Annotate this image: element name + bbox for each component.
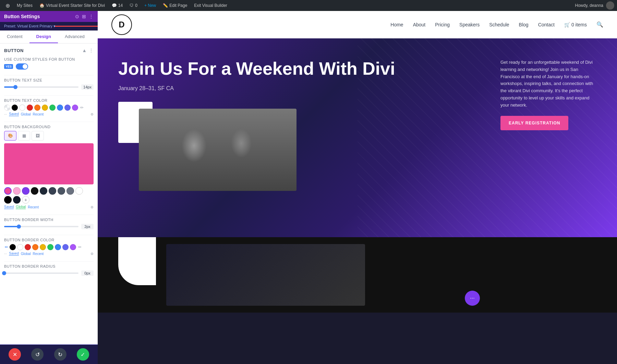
- color-black[interactable]: [12, 105, 18, 111]
- color-green[interactable]: [49, 105, 56, 111]
- border-color-edit2-icon[interactable]: ✏: [78, 245, 82, 250]
- bottom-bar: ✕ ↺ ↻ ✓: [0, 344, 98, 364]
- color-purple[interactable]: [72, 105, 78, 111]
- panel-layout-icon[interactable]: ⊞: [82, 14, 86, 19]
- cancel-button[interactable]: ✕: [9, 348, 21, 361]
- border-radius-thumb[interactable]: [2, 271, 6, 275]
- slider-thumb[interactable]: [13, 85, 17, 89]
- bg-tab-recent[interactable]: Recent: [28, 205, 39, 209]
- panel-more-icon[interactable]: ⋮: [89, 14, 94, 19]
- border-color-reset-icon[interactable]: ⚙: [90, 252, 94, 256]
- border-color-white[interactable]: [17, 244, 23, 250]
- color-tab-saved[interactable]: Saved: [9, 112, 19, 116]
- color-tab-recent[interactable]: Recent: [33, 112, 44, 116]
- bg-swatch-add[interactable]: +: [22, 196, 29, 204]
- nav-about[interactable]: About: [413, 22, 426, 27]
- bg-swatch-pinklight[interactable]: [13, 187, 21, 195]
- border-color-blue[interactable]: [55, 244, 61, 250]
- bg-swatch-pink[interactable]: [4, 187, 12, 195]
- border-color-dots[interactable]: ···: [4, 252, 7, 256]
- hero-photo: [139, 109, 297, 191]
- color-reset-icon[interactable]: ⚙: [90, 112, 94, 116]
- border-width-value[interactable]: 2px: [81, 224, 94, 229]
- border-color-orange[interactable]: [32, 244, 38, 250]
- border-color-purple[interactable]: [70, 244, 76, 250]
- color-red[interactable]: [27, 105, 33, 111]
- bg-swatch-dark[interactable]: [13, 196, 21, 204]
- nav-contact[interactable]: Contact: [538, 22, 555, 27]
- bg-swatch-black3[interactable]: [49, 187, 56, 195]
- border-color-edit-icon[interactable]: ✏: [5, 245, 8, 250]
- comments-item[interactable]: 💬 14: [109, 2, 125, 9]
- bg-swatch-black6[interactable]: [4, 196, 12, 204]
- bg-image-option[interactable]: 🖼: [32, 131, 44, 141]
- panel-preview-icon[interactable]: ⊙: [75, 14, 79, 19]
- fab-button[interactable]: ···: [465, 291, 480, 306]
- bg-color-option[interactable]: 🎨: [4, 131, 16, 141]
- wp-logo-item[interactable]: ⊕: [3, 1, 13, 10]
- nav-speakers[interactable]: Speakers: [459, 22, 480, 27]
- border-color-red[interactable]: [25, 244, 31, 250]
- site-name-item[interactable]: 🏠 Virtual Event Starter Site for Divi: [37, 2, 108, 9]
- bg-swatch-purple[interactable]: [22, 187, 29, 195]
- preset-text: Preset: Virtual Event Primary: [4, 24, 52, 28]
- edit-page-item[interactable]: ✏️ Edit Page: [160, 2, 190, 9]
- border-color-yellow[interactable]: [40, 244, 46, 250]
- bg-gradient-option[interactable]: ▦: [18, 131, 30, 141]
- comment-icon: 💬: [112, 3, 117, 8]
- section-more-icon[interactable]: ⋮: [89, 48, 94, 53]
- button-section-title: Button: [4, 48, 24, 53]
- border-tab-saved[interactable]: Saved: [9, 252, 19, 256]
- color-white[interactable]: [19, 105, 25, 111]
- nav-home[interactable]: Home: [390, 22, 403, 27]
- bg-swatch-black4[interactable]: [58, 187, 65, 195]
- save-button[interactable]: ✓: [77, 348, 89, 361]
- my-sites-item[interactable]: My Sites: [14, 2, 35, 9]
- tab-content[interactable]: Content: [0, 31, 29, 43]
- nav-pricing[interactable]: Pricing: [435, 22, 450, 27]
- color-orange[interactable]: [34, 105, 40, 111]
- bg-color-preview[interactable]: [4, 143, 94, 184]
- border-radius-slider[interactable]: [4, 272, 78, 274]
- border-color-black[interactable]: [10, 244, 16, 250]
- search-icon[interactable]: 🔍: [596, 21, 603, 28]
- border-radius-label: Button Border Radius: [4, 264, 94, 268]
- border-tab-recent[interactable]: Recent: [33, 252, 44, 256]
- comment-zero-item[interactable]: 🗨 0: [127, 2, 140, 9]
- redo-button[interactable]: ↻: [54, 348, 66, 361]
- color-edit-icon[interactable]: ✏: [80, 105, 84, 110]
- nav-schedule[interactable]: Schedule: [489, 22, 509, 27]
- exit-builder-item[interactable]: Exit Visual Builder: [191, 2, 230, 9]
- bg-swatch-black5[interactable]: [66, 187, 74, 195]
- bg-swatch-black1[interactable]: [31, 187, 38, 195]
- new-item[interactable]: + New: [142, 2, 159, 9]
- border-color-green[interactable]: [47, 244, 53, 250]
- color-tab-global[interactable]: Global: [21, 112, 31, 116]
- tab-design[interactable]: Design: [29, 31, 58, 43]
- color-more-dots[interactable]: ···: [4, 112, 7, 116]
- bg-swatch-white[interactable]: [75, 187, 83, 195]
- border-tab-global[interactable]: Global: [21, 252, 31, 256]
- custom-styles-toggle[interactable]: [16, 63, 28, 70]
- text-size-slider[interactable]: [4, 86, 78, 88]
- border-width-thumb[interactable]: [17, 225, 21, 229]
- collapse-icon[interactable]: ▲: [82, 48, 87, 53]
- nav-blog[interactable]: Blog: [519, 22, 529, 27]
- bg-tab-saved[interactable]: Saved: [4, 205, 14, 209]
- color-blue[interactable]: [57, 105, 63, 111]
- bg-tab-global[interactable]: Global: [16, 205, 26, 209]
- border-color-field: Button Border Color ✏ ✏ ··· Saved: [4, 238, 94, 256]
- border-color-indigo[interactable]: [62, 244, 69, 250]
- color-yellow[interactable]: [42, 105, 48, 111]
- tab-advanced[interactable]: Advanced: [58, 31, 92, 43]
- cta-button[interactable]: EARLY REGISTRATION: [500, 116, 568, 130]
- bg-swatch-black2[interactable]: [40, 187, 47, 195]
- undo-button[interactable]: ↺: [31, 348, 44, 361]
- bg-reset-icon[interactable]: ⚙: [90, 205, 94, 209]
- nav-cart[interactable]: 🛒 0 items: [564, 22, 587, 27]
- color-transparent[interactable]: [4, 105, 10, 111]
- border-width-slider[interactable]: [4, 226, 78, 227]
- border-radius-value[interactable]: 0px: [81, 270, 94, 276]
- color-indigo[interactable]: [64, 105, 71, 111]
- text-size-value[interactable]: 14px: [81, 84, 94, 90]
